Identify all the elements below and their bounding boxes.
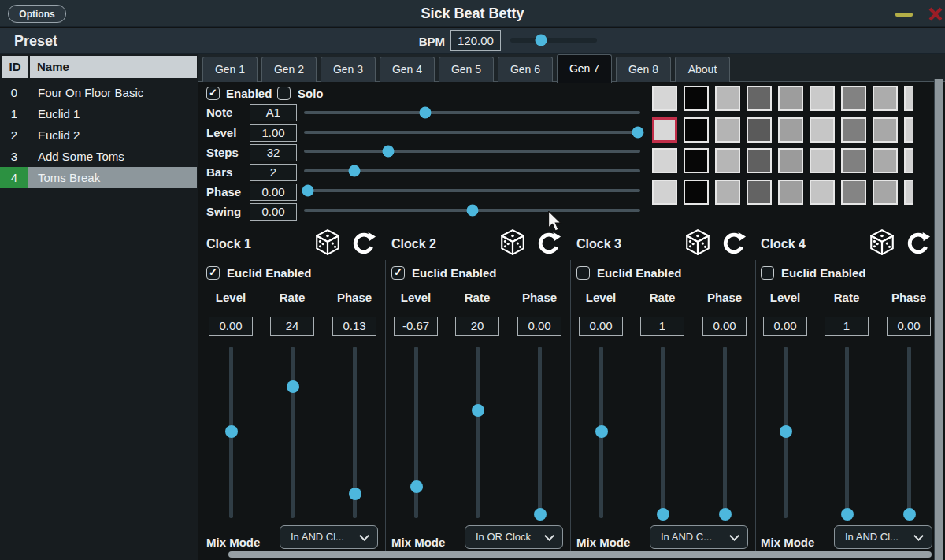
tab-gen-4[interactable]: Gen 4	[380, 57, 435, 82]
level-vslider[interactable]	[229, 347, 233, 518]
mix-mode-dropdown[interactable]: In AND C...	[650, 525, 748, 549]
step-cell[interactable]	[873, 180, 898, 205]
level-field[interactable]: 0.00	[209, 317, 253, 336]
level-vslider-thumb[interactable]	[595, 425, 608, 438]
bpm-value-field[interactable]: 120.00	[450, 30, 501, 51]
reset-rotate-icon[interactable]	[351, 231, 376, 256]
level-vslider[interactable]	[784, 347, 788, 518]
dice-icon[interactable]	[868, 228, 896, 257]
step-cell[interactable]	[904, 180, 913, 205]
step-cell[interactable]	[652, 86, 677, 111]
step-cell[interactable]	[873, 86, 898, 111]
steps-field[interactable]: 32	[250, 144, 297, 161]
rate-vslider-thumb[interactable]	[657, 508, 669, 521]
options-button[interactable]: Options	[8, 5, 66, 23]
step-cell[interactable]	[904, 86, 913, 111]
phase-vslider-thumb[interactable]	[349, 488, 361, 500]
dice-icon[interactable]	[498, 228, 527, 257]
step-cell[interactable]	[841, 180, 866, 205]
rate-field[interactable]: 24	[270, 317, 314, 336]
dice-icon[interactable]	[313, 228, 342, 257]
rate-vslider[interactable]	[845, 347, 849, 518]
level-vslider[interactable]	[414, 347, 418, 518]
steps-slider[interactable]	[304, 150, 640, 153]
mix-mode-dropdown[interactable]: In AND Cl...	[834, 525, 932, 549]
level-vslider[interactable]	[599, 347, 603, 518]
step-cell[interactable]	[715, 117, 740, 143]
phase-field[interactable]: 0.00	[702, 317, 747, 336]
tab-gen-3[interactable]: Gen 3	[321, 57, 376, 82]
vertical-scrollbar[interactable]	[934, 79, 943, 560]
preset-row[interactable]: 2 Euclid 2	[0, 124, 197, 146]
phase-vslider[interactable]	[907, 347, 911, 518]
step-cell[interactable]	[841, 86, 866, 111]
step-cell[interactable]	[747, 117, 772, 143]
phase-vslider-thumb[interactable]	[534, 508, 547, 521]
phase-slider-thumb[interactable]	[302, 185, 314, 197]
step-cell[interactable]	[747, 180, 772, 205]
rate-field[interactable]: 20	[455, 317, 499, 336]
rate-vslider-thumb[interactable]	[287, 380, 299, 393]
horizontal-scrollbar[interactable]	[228, 551, 932, 558]
tab-gen-6[interactable]: Gen 6	[498, 57, 553, 82]
step-cell[interactable]	[841, 148, 866, 173]
tab-gen-8[interactable]: Gen 8	[616, 57, 671, 82]
swing-slider[interactable]	[304, 209, 640, 212]
reset-rotate-icon[interactable]	[721, 231, 747, 256]
step-cell[interactable]	[684, 117, 709, 143]
level-vslider-thumb[interactable]	[225, 425, 238, 438]
preset-row[interactable]: 3 Add Some Toms	[0, 146, 197, 167]
step-cell[interactable]	[778, 180, 803, 205]
bars-field[interactable]: 2	[250, 164, 297, 181]
close-icon[interactable]	[928, 7, 943, 21]
phase-field[interactable]: 0.13	[332, 317, 376, 336]
euclid-enabled-checkbox[interactable]: ✓	[206, 266, 220, 280]
preset-row[interactable]: 0 Four On Floor Basic	[0, 82, 197, 103]
level-vslider-thumb[interactable]	[780, 425, 792, 438]
bars-slider-thumb[interactable]	[349, 165, 361, 177]
rate-vslider[interactable]	[661, 347, 665, 518]
level-field[interactable]: 0.00	[579, 317, 623, 336]
euclid-enabled-checkbox[interactable]: ✓	[576, 266, 590, 280]
mix-mode-dropdown[interactable]: In OR Clock	[465, 525, 563, 549]
step-cell[interactable]	[873, 117, 898, 143]
phase-vslider-thumb[interactable]	[903, 508, 916, 521]
rate-vslider[interactable]	[476, 347, 480, 518]
phase-field[interactable]: 0.00	[517, 317, 561, 336]
step-cell[interactable]	[778, 86, 803, 111]
reset-rotate-icon[interactable]	[906, 231, 931, 256]
step-cell[interactable]	[747, 86, 772, 111]
phase-field[interactable]: 0.00	[887, 317, 931, 336]
euclid-enabled-checkbox[interactable]: ✓	[391, 266, 405, 280]
step-cell[interactable]	[652, 180, 677, 205]
minimize-icon[interactable]	[895, 13, 913, 17]
note-slider[interactable]	[304, 111, 640, 114]
phase-slider[interactable]	[304, 189, 640, 192]
step-cell[interactable]	[841, 117, 866, 143]
step-cell[interactable]	[747, 148, 772, 173]
level-slider-thumb[interactable]	[632, 127, 644, 139]
rate-field[interactable]: 1	[825, 317, 869, 336]
preset-row-selected[interactable]: 4 Toms Break	[0, 167, 197, 188]
level-slider[interactable]	[304, 131, 640, 134]
tab-gen-5[interactable]: Gen 5	[439, 57, 494, 82]
rate-vslider-thumb[interactable]	[472, 404, 484, 417]
swing-field[interactable]: 0.00	[250, 203, 297, 221]
step-cell[interactable]	[715, 86, 740, 111]
step-cell[interactable]	[715, 148, 740, 173]
euclid-enabled-checkbox[interactable]: ✓	[761, 266, 774, 280]
tab-gen-7[interactable]: Gen 7	[557, 54, 612, 83]
step-cell[interactable]	[810, 180, 835, 205]
bpm-slider-thumb[interactable]	[536, 35, 547, 46]
mix-mode-dropdown[interactable]: In AND Cl...	[280, 525, 378, 549]
step-cell[interactable]	[652, 148, 677, 173]
step-cell[interactable]	[652, 117, 677, 143]
note-field[interactable]: A1	[250, 104, 297, 121]
level-vslider-thumb[interactable]	[410, 480, 423, 493]
step-cell[interactable]	[904, 148, 913, 173]
phase-vslider[interactable]	[353, 347, 357, 518]
enabled-checkbox[interactable]: ✓	[206, 87, 220, 100]
level-field[interactable]: 0.00	[763, 317, 807, 336]
phase-vslider-thumb[interactable]	[719, 508, 732, 521]
rate-vslider-thumb[interactable]	[841, 508, 854, 521]
